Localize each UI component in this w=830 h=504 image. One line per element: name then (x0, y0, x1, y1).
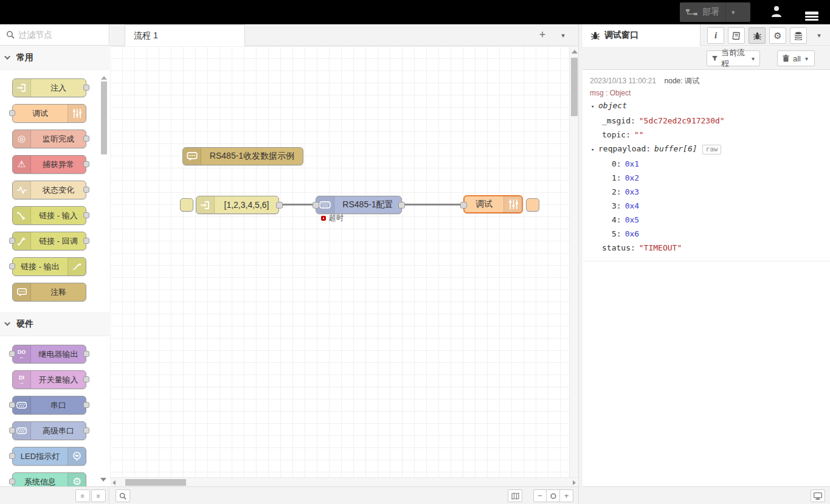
scroll-right-icon[interactable] (573, 480, 576, 485)
debug-clear-button[interactable]: all ▾ (777, 50, 815, 66)
horizontal-scrollbar-thumb[interactable] (125, 479, 186, 486)
expand-toggle-icon[interactable]: ▾ (591, 100, 598, 114)
deploy-options-caret[interactable]: ▾ (725, 2, 740, 22)
monitor-icon (814, 492, 822, 500)
palette-scroll-down-icon[interactable] (100, 478, 106, 482)
gear-icon: ⚙ (67, 473, 86, 486)
expand-toggle-icon[interactable]: ▾ (591, 143, 598, 157)
palette-node-serial[interactable]: 串口 (12, 396, 86, 415)
scroll-up-icon[interactable] (572, 50, 578, 54)
debug-node-label: 调试 (465, 199, 503, 210)
hamburger-icon (805, 12, 818, 13)
debug-toggle-button[interactable] (526, 198, 539, 212)
palette-section-hardware[interactable]: 硬件 (0, 312, 109, 336)
zoom-reset-button[interactable] (547, 489, 560, 502)
output-port (83, 402, 89, 408)
field-value: "" (634, 130, 644, 139)
info-tab-button[interactable]: i (707, 27, 724, 44)
link-icon (13, 207, 31, 224)
palette-node-status[interactable]: 状态变化 (12, 181, 86, 199)
palette-node-comment[interactable]: 注释 (12, 283, 86, 302)
palette-node-link-in[interactable]: 链接 - 输入 (12, 206, 86, 225)
serial-input-port[interactable] (313, 202, 319, 209)
scroll-up-icon[interactable] (101, 76, 107, 80)
user-button[interactable] (763, 0, 790, 24)
inject-icon (13, 79, 31, 97)
palette-node-digital-input[interactable]: DI→ 开关量输入 (12, 370, 86, 389)
debug-sidebar: 调试窗口 i ⚙ ▾ 当前流程 ▾ all ▾ 2023/10/13 11:00 (583, 24, 830, 504)
canvas-horizontal-scrollbar[interactable] (110, 477, 578, 486)
add-flow-button[interactable]: + (534, 28, 550, 43)
serial-output-port[interactable] (398, 202, 405, 209)
comment-icon (13, 283, 31, 301)
debug-window-tab[interactable]: 调试窗口 (583, 24, 700, 46)
canvas-serial-node[interactable]: RS485-1配置 (316, 196, 402, 214)
palette-filter-input[interactable] (18, 30, 97, 40)
palette-scrollbar-thumb[interactable] (101, 81, 107, 154)
help-tab-button[interactable] (728, 27, 745, 44)
palette-node-led[interactable]: LED指示灯 (12, 447, 86, 466)
config-tab-button[interactable]: ⚙ (769, 27, 786, 44)
palette-node-relay-output[interactable]: DO← 继电器输出 (12, 345, 86, 364)
palette-node-debug[interactable]: 调试 (12, 104, 86, 123)
context-tab-button[interactable] (790, 27, 807, 44)
buffer-value: 0x5 (625, 215, 639, 224)
buffer-index: 0: (612, 159, 621, 168)
sidebar-resize-handle[interactable] (578, 24, 583, 504)
inject-run-button[interactable] (180, 198, 193, 212)
debug-message[interactable]: 2023/10/13 11:00:21 node: 调试 msg : Objec… (583, 70, 830, 261)
link-icon (67, 258, 86, 275)
palette-node-link-out[interactable]: 链接 - 输出 (12, 257, 86, 276)
open-in-window-button[interactable] (811, 489, 825, 502)
led-icon (67, 447, 86, 465)
object-type: object (598, 101, 627, 110)
wire-serial-debug[interactable] (402, 204, 463, 205)
status-text: 超时 (329, 213, 344, 223)
debug-input-port[interactable] (460, 202, 467, 209)
flow-tab[interactable]: 流程 1 (125, 24, 245, 46)
workspace-footer: − + (110, 486, 578, 504)
canvas-comment-node[interactable]: RS485-1收发数据示例 (182, 147, 303, 165)
serial-port-icon (13, 396, 31, 414)
palette-node-inject[interactable]: 注入 (12, 78, 86, 97)
info-icon: i (714, 30, 717, 41)
palette-section-common[interactable]: 常用 (0, 46, 109, 70)
output-port (83, 351, 89, 357)
wire-inject-serial[interactable] (282, 204, 316, 205)
palette-node-link-call[interactable]: 链接 - 回调 (12, 232, 86, 250)
palette-node-system-info[interactable]: 系统信息 ⚙ (12, 472, 86, 486)
sidebar-tabbar: 调试窗口 i ⚙ ▾ (583, 24, 830, 46)
buffer-value: 0x2 (625, 173, 639, 182)
scroll-left-icon[interactable] (112, 480, 116, 485)
canvas-debug-node[interactable]: 调试 (463, 195, 523, 213)
canvas-search-button[interactable] (116, 489, 130, 502)
map-icon (511, 492, 519, 500)
flow-canvas[interactable]: RS485-1收发数据示例 [1,2,3,4,5,6] RS485-1配置 超时… (110, 46, 578, 477)
debug-tab-button[interactable] (749, 27, 766, 44)
field-value: "5dc72ed2c917230d" (639, 116, 725, 125)
zoom-out-button[interactable]: − (533, 489, 547, 502)
search-icon (6, 30, 15, 39)
deploy-button[interactable]: 部署 ▾ (680, 2, 750, 22)
collapse-all-button[interactable]: « (75, 489, 90, 502)
navigator-button[interactable] (508, 489, 522, 502)
raw-toggle-button[interactable]: raw (702, 145, 722, 154)
inject-output-port[interactable] (276, 202, 283, 209)
palette-node-complete[interactable]: ◎ 监听完成 (12, 129, 86, 148)
canvas-inject-node[interactable]: [1,2,3,4,5,6] (196, 196, 279, 214)
palette-node-catch[interactable]: ⚠ 捕获异常 (12, 155, 86, 174)
buffer-index: 3: (612, 201, 621, 210)
palette-node-advanced-serial[interactable]: 高级串口 (12, 421, 86, 440)
debug-window-title: 调试窗口 (604, 30, 638, 41)
canvas-vertical-scrollbar[interactable] (569, 46, 578, 477)
vertical-scrollbar-thumb[interactable] (571, 58, 578, 116)
palette-scrollbar[interactable] (100, 76, 108, 154)
debug-filter-button[interactable]: 当前流程 ▾ (707, 50, 760, 66)
expand-all-button[interactable]: » (91, 489, 106, 502)
flow-list-caret[interactable]: ▾ (556, 28, 570, 43)
sidebar-tabs-caret[interactable]: ▾ (813, 27, 825, 44)
zoom-in-button[interactable]: + (560, 489, 573, 502)
output-port (83, 238, 89, 244)
buffer-value: 0x1 (625, 159, 639, 168)
main-menu-button[interactable] (798, 0, 825, 24)
